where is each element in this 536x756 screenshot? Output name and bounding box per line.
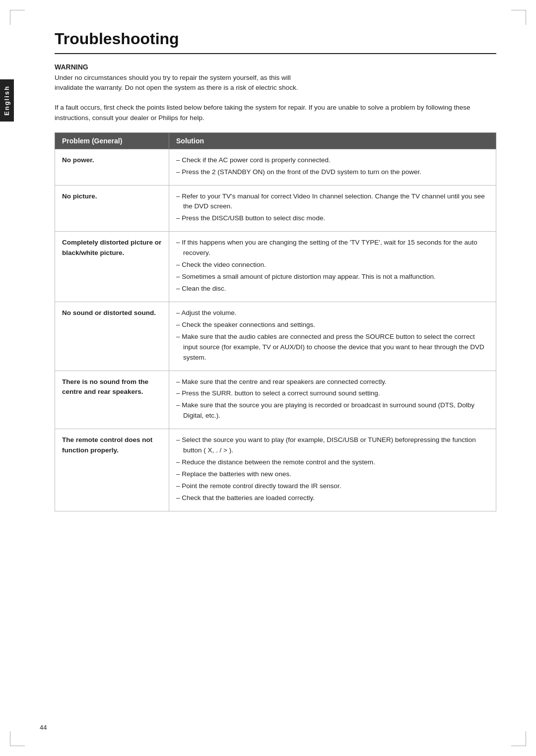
solution-list: Make sure that the centre and rear speak… <box>176 377 489 422</box>
solution-cell: Adjust the volume.Check the speaker conn… <box>169 302 496 371</box>
corner-mark-br <box>511 731 526 746</box>
solution-list: If this happens when you are changing th… <box>176 238 489 294</box>
solution-item: Select the source you want to play (for … <box>176 435 489 456</box>
solution-item: Reduce the distance between the remote c… <box>176 457 489 468</box>
page-number: 44 <box>40 724 47 731</box>
title-divider <box>55 53 496 54</box>
col-header-solution: Solution <box>169 132 496 149</box>
solution-item: Check that the batteries are loaded corr… <box>176 493 489 504</box>
table-row: No power.Check if the AC power cord is p… <box>55 149 496 185</box>
solution-item: Make sure that the source you are playin… <box>176 400 489 421</box>
solution-item: Replace the batteries with new ones. <box>176 469 489 480</box>
page-title: Troubleshooting <box>55 30 496 48</box>
solution-cell: Check if the AC power cord is properly c… <box>169 149 496 185</box>
solution-item: Press the DISC/USB button to select disc… <box>176 213 489 224</box>
table-row: Completely distorted picture or black/wh… <box>55 232 496 302</box>
solution-cell: If this happens when you are changing th… <box>169 232 496 302</box>
solution-item: Clean the disc. <box>176 284 489 294</box>
warning-label: WARNING <box>55 63 496 71</box>
table-row: There is no sound from the centre and re… <box>55 371 496 429</box>
main-content: Troubleshooting WARNING Under no circums… <box>55 30 496 511</box>
solution-cell: Select the source you want to play (for … <box>169 429 496 511</box>
solution-list: Adjust the volume.Check the speaker conn… <box>176 308 489 363</box>
page: English Troubleshooting WARNING Under no… <box>0 0 536 756</box>
solution-list: Select the source you want to play (for … <box>176 435 489 504</box>
problem-cell: The remote control does not function pro… <box>55 429 169 511</box>
problem-cell: No picture. <box>55 185 169 232</box>
corner-mark-bl <box>10 731 25 746</box>
solution-item: Check if the AC power cord is properly c… <box>176 155 489 166</box>
problem-cell: Completely distorted picture or black/wh… <box>55 232 169 302</box>
warning-section: WARNING Under no circumstances should yo… <box>55 63 496 93</box>
solution-cell: Refer to your TV's manual for correct Vi… <box>169 185 496 232</box>
language-tab: English <box>0 79 14 122</box>
solution-item: Sometimes a small amount of picture dist… <box>176 272 489 282</box>
problem-cell: No power. <box>55 149 169 185</box>
table-row: The remote control does not function pro… <box>55 429 496 511</box>
solution-item: Refer to your TV's manual for correct Vi… <box>176 191 489 212</box>
solution-cell: Make sure that the centre and rear speak… <box>169 371 496 429</box>
table-header-row: Problem (General) Solution <box>55 132 496 149</box>
corner-mark-tr <box>511 10 526 25</box>
solution-item: Make sure that the centre and rear speak… <box>176 377 489 387</box>
solution-item: Make sure that the audio cables are conn… <box>176 332 489 363</box>
table-row: No sound or distorted sound.Adjust the v… <box>55 302 496 371</box>
solution-item: Press the SURR. button to select a corre… <box>176 388 489 399</box>
corner-mark-tl <box>10 10 25 25</box>
col-header-problem: Problem (General) <box>55 132 169 149</box>
solution-item: Check the speaker connections and settin… <box>176 320 489 330</box>
troubleshooting-table: Problem (General) Solution No power.Chec… <box>55 132 496 511</box>
problem-cell: There is no sound from the centre and re… <box>55 371 169 429</box>
solution-list: Check if the AC power cord is properly c… <box>176 155 489 178</box>
table-row: No picture.Refer to your TV's manual for… <box>55 185 496 232</box>
solution-item: Adjust the volume. <box>176 308 489 318</box>
problem-cell: No sound or distorted sound. <box>55 302 169 371</box>
solution-item: Check the video connection. <box>176 260 489 270</box>
warning-text-2: invalidate the warranty. Do not open the… <box>55 83 496 93</box>
solution-item: Point the remote control directly toward… <box>176 481 489 492</box>
solution-list: Refer to your TV's manual for correct Vi… <box>176 191 489 224</box>
solution-item: Press the 2 (STANDBY ON) on the front of… <box>176 167 489 178</box>
solution-item: If this happens when you are changing th… <box>176 238 489 258</box>
warning-text-1: Under no circumstances should you try to… <box>55 73 496 83</box>
intro-paragraph: If a fault occurs, first check the point… <box>55 102 496 124</box>
